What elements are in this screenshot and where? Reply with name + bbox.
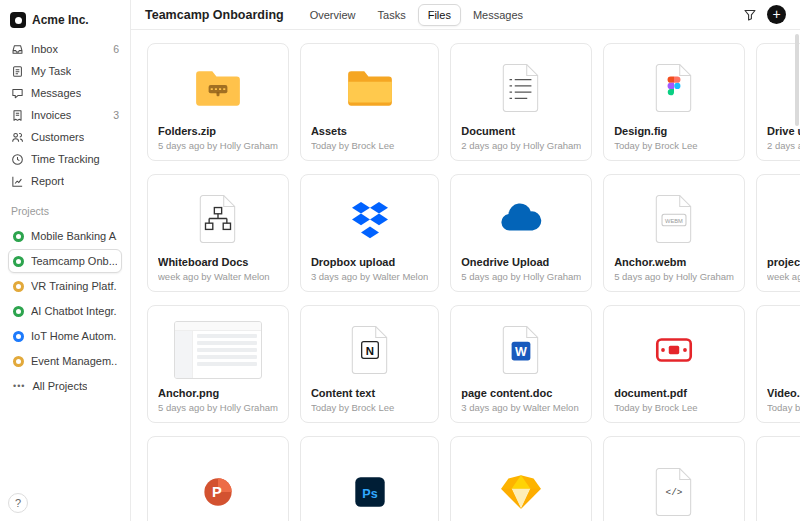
main-panel: Teamcamp Onboarding OverviewTasksFilesMe… <box>131 0 800 521</box>
file-card-anchor-webm[interactable]: WEBM Anchor.webm 5 days ago by Holly Gra… <box>603 174 745 292</box>
whiteboard-icon <box>148 175 288 256</box>
file-card-design-fig[interactable]: Design.fig Today by Brock Lee <box>603 43 745 161</box>
tab-messages[interactable]: Messages <box>463 4 533 26</box>
app-window: Acme Inc. Inbox 6 My Task Messages Invoi… <box>0 0 800 521</box>
project-label: AI Chatbot Integr... <box>31 305 117 317</box>
file-meta: week ago by Walter Melon <box>158 271 278 282</box>
workspace-switcher[interactable]: Acme Inc. <box>8 10 122 38</box>
add-button[interactable]: + <box>767 5 786 24</box>
file-card-folders-zip[interactable]: Folders.zip 5 days ago by Holly Graham <box>147 43 289 161</box>
nav-label: Report <box>31 175 64 187</box>
filter-icon[interactable] <box>743 8 757 22</box>
file-name: Whiteboard Docs <box>158 256 278 268</box>
file-card-project-docx[interactable]: W project.docx week ago by Walter Melon <box>756 174 800 292</box>
sidebar-item-messages[interactable]: Messages <box>8 82 122 104</box>
file-card-anchor-png[interactable]: Anchor.png 5 days ago by Holly Graham <box>147 305 289 423</box>
count-badge: 6 <box>113 43 119 55</box>
image-icon <box>148 306 288 387</box>
sidebar-item-inbox[interactable]: Inbox 6 <box>8 38 122 60</box>
file-meta: 5 days ago by Holly Graham <box>158 140 278 151</box>
project-label: IoT Home Autom... <box>31 330 117 342</box>
file-card-video-mp4[interactable]: Video.mp4 Today by Brock Lee <box>756 305 800 423</box>
help-button[interactable]: ? <box>8 493 28 513</box>
nav-label: Inbox <box>31 43 58 55</box>
file-card-document-pdf[interactable]: document.pdf Today by Brock Lee <box>603 305 745 423</box>
file-card[interactable]: Ps <box>300 436 439 521</box>
workspace-logo-icon <box>10 12 26 28</box>
powerpoint-icon: P <box>148 437 288 521</box>
page-title: Teamcamp Onboarding <box>145 8 284 22</box>
tab-overview[interactable]: Overview <box>300 4 366 26</box>
sidebar-project-iot-home-autom[interactable]: IoT Home Autom... <box>8 324 122 348</box>
svg-text:W: W <box>515 344 527 358</box>
drive-icon <box>757 44 800 125</box>
file-name: Video.mp4 <box>767 387 800 399</box>
file-meta: 3 days ago by Walter Melon <box>311 271 428 282</box>
file-meta: 5 days ago by Holly Graham <box>461 271 581 282</box>
file-meta: 3 days ago by Walter Melon <box>461 402 581 413</box>
file-meta: 5 days ago by Holly Graham <box>158 402 278 413</box>
notion-icon: N <box>301 306 438 387</box>
sidebar-item-time-tracking[interactable]: Time Tracking <box>8 148 122 170</box>
svg-text:N: N <box>365 344 373 356</box>
file-name: page content.doc <box>461 387 581 399</box>
file-card-page-content-doc[interactable]: W page content.doc 3 days ago by Walter … <box>450 305 592 423</box>
file-card[interactable] <box>450 436 592 521</box>
task-icon <box>11 65 24 78</box>
file-name: Content text <box>311 387 428 399</box>
project-label: Event Managem... <box>31 355 117 367</box>
nav-label: Messages <box>31 87 81 99</box>
zip-folder-icon <box>148 44 288 125</box>
music-icon: ♫ <box>757 437 800 521</box>
sidebar-item-customers[interactable]: Customers <box>8 126 122 148</box>
svg-text:</>: </> <box>666 487 683 498</box>
file-card-drive-upload[interactable]: Drive upload 2 days ago by Holly Graham <box>756 43 800 161</box>
workspace-name: Acme Inc. <box>32 13 89 27</box>
sidebar-project-mobile-banking-a[interactable]: Mobile Banking A... <box>8 224 122 248</box>
file-name: Anchor.png <box>158 387 278 399</box>
sidebar-item-invoices[interactable]: Invoices 3 <box>8 104 122 126</box>
file-card-document[interactable]: Document 2 days ago by Holly Graham <box>450 43 592 161</box>
file-card[interactable]: ♫ <box>756 436 800 521</box>
sidebar-project-vr-training-platf[interactable]: VR Training Platf... <box>8 274 122 298</box>
project-header: Teamcamp Onboarding OverviewTasksFilesMe… <box>131 0 800 30</box>
sidebar-project-teamcamp-onb[interactable]: Teamcamp Onb... <box>8 249 122 273</box>
word-icon: W <box>757 175 800 256</box>
sketch-icon <box>451 437 591 521</box>
file-meta: Today by Brock Lee <box>311 402 428 413</box>
file-name: Anchor.webm <box>614 256 734 268</box>
nav-label: Invoices <box>31 109 71 121</box>
folder-icon <box>301 44 438 125</box>
file-name: Assets <box>311 125 428 137</box>
file-meta: 5 days ago by Holly Graham <box>614 271 734 282</box>
file-meta: Today by Brock Lee <box>614 402 734 413</box>
invoice-icon <box>11 109 24 122</box>
scrollbar[interactable] <box>795 34 799 126</box>
sidebar-item-report[interactable]: Report <box>8 170 122 192</box>
file-card-dropbox-upload[interactable]: Dropbox upload 3 days ago by Walter Melo… <box>300 174 439 292</box>
file-name: project.docx <box>767 256 800 268</box>
project-status-icon <box>13 356 24 367</box>
file-card[interactable]: P <box>147 436 289 521</box>
sidebar-item-my-task[interactable]: My Task <box>8 60 122 82</box>
sidebar-project-event-managem[interactable]: Event Managem... <box>8 349 122 373</box>
file-card-assets[interactable]: Assets Today by Brock Lee <box>300 43 439 161</box>
file-meta: 2 days ago by Holly Graham <box>461 140 581 151</box>
svg-text:P: P <box>212 484 222 500</box>
file-card-content-text[interactable]: N Content text Today by Brock Lee <box>300 305 439 423</box>
file-meta: Today by Brock Lee <box>614 140 734 151</box>
sidebar-item-all-projects[interactable]: ••• All Projects <box>8 374 122 398</box>
file-name: Drive upload <box>767 125 800 137</box>
all-projects-label: All Projects <box>32 380 87 392</box>
tab-bar: OverviewTasksFilesMessages <box>300 4 533 26</box>
sidebar-project-ai-chatbot-integr[interactable]: AI Chatbot Integr... <box>8 299 122 323</box>
projects-list: Mobile Banking A... Teamcamp Onb... VR T… <box>8 224 122 373</box>
onedrive-icon <box>451 175 591 256</box>
file-card[interactable]: </> <box>603 436 745 521</box>
project-label: Mobile Banking A... <box>31 230 117 242</box>
nav-label: Customers <box>31 131 84 143</box>
file-card-onedrive-upload[interactable]: Onedrive Upload 5 days ago by Holly Grah… <box>450 174 592 292</box>
file-card-whiteboard-docs[interactable]: Whiteboard Docs week ago by Walter Melon <box>147 174 289 292</box>
tab-files[interactable]: Files <box>418 4 461 26</box>
tab-tasks[interactable]: Tasks <box>368 4 416 26</box>
